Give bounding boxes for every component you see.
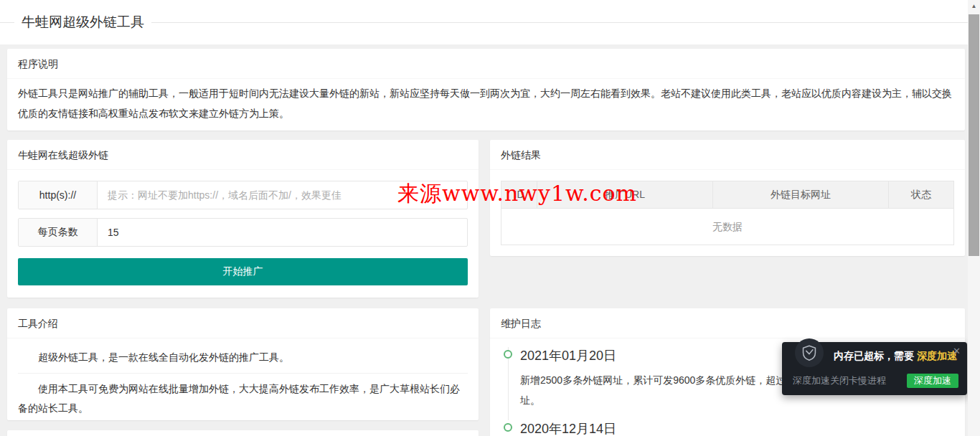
title-divider-right [151, 22, 980, 23]
title-divider-left [0, 22, 14, 23]
results-card: 外链结果 ID 推广URL 外链目标网址 状态 无数据 [490, 140, 965, 256]
program-description-card: 程序说明 外链工具只是网站推广的辅助工具，一般适用于短时间内无法建设大量外链的新… [7, 49, 965, 131]
empty-table-message: 无数据 [501, 209, 953, 245]
column-header-promo-url: 推广URL [537, 181, 713, 208]
column-header-target-url: 外链目标网址 [713, 181, 889, 208]
scrollbar-up-button[interactable]: ▲ [968, 0, 980, 12]
tool-intro-paragraph-1: 超级外链工具，是一款在线全自动化发外链的推广工具。 [18, 347, 468, 367]
results-table-head: ID 推广URL 外链目标网址 状态 [501, 181, 953, 209]
scroll-up-icon: ▲ [971, 3, 977, 9]
row-form-results: 牛蛙网在线超级外链 http(s):// 每页条数 开始推广 [7, 140, 965, 298]
page-header: 牛蛙网超级外链工具 [0, 0, 980, 44]
program-description-header: 程序说明 [7, 49, 965, 79]
popup-badge [795, 338, 824, 367]
column-header-status: 状态 [889, 181, 953, 208]
url-input[interactable] [98, 181, 467, 209]
url-input-label: http(s):// [19, 181, 98, 209]
popup-bottom-row: 深度加速关闭卡慢进程 深度加速 [793, 374, 958, 388]
timeline-dot-icon [504, 350, 512, 359]
timeline-entry: 2020年12月14日 [508, 420, 954, 436]
intro-divider [18, 373, 468, 374]
tool-intro-paragraph-2: 使用本工具可免费为网站在线批量增加外链，大大提高外链发布工作效率，是广大草根站长… [18, 379, 468, 418]
results-header: 外链结果 [490, 140, 965, 170]
per-page-label: 每页条数 [19, 219, 98, 246]
start-promotion-button[interactable]: 开始推广 [18, 258, 468, 285]
next-card-partial [7, 430, 479, 436]
popup-subtitle: 深度加速关闭卡慢进程 [793, 374, 886, 387]
results-table: ID 推广URL 外链目标网址 状态 无数据 [501, 181, 954, 245]
shield-icon [800, 343, 819, 362]
popup-title-accent-link[interactable]: 深度加速 [917, 350, 957, 361]
field-title: 牛蛙网超级外链工具 [0, 9, 980, 36]
timeline-date: 2020年12月14日 [520, 420, 954, 436]
tool-intro-header: 工具介绍 [7, 308, 479, 338]
column-header-id: ID [501, 181, 537, 208]
deep-accelerate-button[interactable]: 深度加速 [907, 374, 958, 388]
per-page-input[interactable] [98, 219, 467, 246]
per-page-input-group: 每页条数 [18, 218, 468, 247]
program-description-text: 外链工具只是网站推广的辅助工具，一般适用于短时间内无法建设大量外链的新站，新站应… [7, 79, 965, 131]
link-form-header: 牛蛙网在线超级外链 [7, 140, 479, 170]
memory-alert-popup: 内存已超标，需要 深度加速 ✕ 深度加速关闭卡慢进程 深度加速 [782, 342, 967, 395]
popup-title: 内存已超标，需要 深度加速 [834, 350, 957, 363]
tool-intro-card: 工具介绍 超级外链工具，是一款在线全自动化发外链的推广工具。 使用本工具可免费为… [7, 308, 479, 420]
scrollbar-thumb[interactable] [969, 14, 979, 256]
close-icon[interactable]: ✕ [953, 346, 961, 356]
scrollbar: ▲ [968, 0, 980, 436]
maintenance-log-header: 维护日志 [490, 308, 965, 338]
url-input-group: http(s):// [18, 181, 468, 209]
timeline-dot-icon [504, 423, 512, 432]
page-title: 牛蛙网超级外链工具 [14, 13, 151, 32]
link-form-card: 牛蛙网在线超级外链 http(s):// 每页条数 开始推广 [7, 140, 479, 298]
popup-title-text: 内存已超标，需要 [834, 350, 917, 361]
